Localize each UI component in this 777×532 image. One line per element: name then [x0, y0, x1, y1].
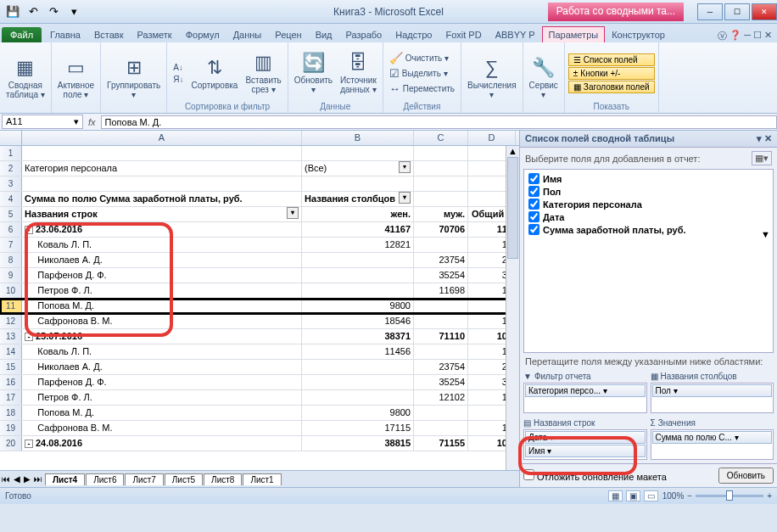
- tab-review[interactable]: Рецен: [268, 26, 308, 42]
- cell[interactable]: Коваль Л. П.: [22, 344, 302, 359]
- sheet-tab[interactable]: Лист4: [45, 473, 85, 485]
- formula-input[interactable]: Попова М. Д.: [101, 115, 777, 129]
- cell[interactable]: [414, 238, 468, 252]
- sheet-tab[interactable]: Лист5: [165, 473, 203, 485]
- table-row[interactable]: 4Сумма по полю Сумма заработной платы, р…: [0, 192, 519, 207]
- pill-vals[interactable]: Сумма по полю С... ▾: [652, 431, 773, 444]
- cell[interactable]: [414, 161, 468, 176]
- tab-data[interactable]: Данны: [226, 26, 269, 42]
- tab-pivot-design[interactable]: Конструктор: [605, 26, 672, 42]
- view-normal-icon[interactable]: ▦: [608, 490, 623, 501]
- row-header[interactable]: 13: [0, 329, 22, 344]
- cell[interactable]: [302, 360, 414, 374]
- cell[interactable]: 38815: [302, 436, 414, 451]
- pivot-table-button[interactable]: ▦Сводная таблица ▾: [3, 55, 48, 101]
- cell[interactable]: Категория персонала: [22, 161, 302, 176]
- expand-icon[interactable]: -: [25, 226, 33, 234]
- table-row[interactable]: 9 Парфенов Д. Ф.3525435: [0, 268, 519, 283]
- row-header[interactable]: 2: [0, 161, 22, 176]
- zoom-slider[interactable]: [696, 495, 763, 497]
- close-button[interactable]: ✕: [752, 3, 777, 20]
- cell[interactable]: [414, 299, 468, 313]
- table-row[interactable]: 15 Николаев А. Д.2375423: [0, 360, 519, 375]
- cell[interactable]: 35254: [414, 268, 468, 283]
- zone-rows[interactable]: ▤Названия строк Дата ▾ Имя ▾: [523, 417, 647, 460]
- cell[interactable]: 23754: [414, 253, 468, 267]
- cell[interactable]: Названия строк▾: [22, 207, 302, 221]
- fieldheaders-button[interactable]: ▦Заголовки полей: [568, 81, 655, 93]
- sheet-tab[interactable]: Лист8: [204, 473, 242, 485]
- cell[interactable]: [414, 344, 468, 359]
- cell[interactable]: 12102: [414, 390, 468, 405]
- row-header[interactable]: 18: [0, 406, 22, 420]
- table-row[interactable]: 19 Сафронова В. М.1711517: [0, 421, 519, 436]
- view-layout-icon[interactable]: ▣: [626, 490, 640, 501]
- cell[interactable]: 18546: [302, 314, 414, 328]
- row-header[interactable]: 1: [0, 146, 22, 160]
- cell[interactable]: 9800: [302, 299, 414, 313]
- ribbon-minimize-icon[interactable]: ⓥ: [718, 30, 727, 42]
- col-header-a[interactable]: A: [22, 131, 302, 145]
- pill-cols[interactable]: Пол ▾: [652, 384, 773, 397]
- zoom-level[interactable]: 100%: [662, 491, 685, 501]
- defer-checkbox[interactable]: Отложить обновление макета: [523, 469, 667, 482]
- table-row[interactable]: 13-25.07.20163837171110109: [0, 329, 519, 344]
- calc-button[interactable]: ∑Вычисления ▾: [465, 55, 519, 101]
- tab-developer[interactable]: Разрабо: [339, 26, 389, 42]
- zone-filter[interactable]: ▼Фильтр отчета Категория персо... ▾: [523, 370, 647, 413]
- select-all-corner[interactable]: [0, 131, 22, 145]
- sheet-tab[interactable]: Лист1: [243, 473, 281, 485]
- sheet-tab[interactable]: Лист7: [125, 473, 163, 485]
- row-header[interactable]: 19: [0, 421, 22, 435]
- table-row[interactable]: 6-23.06.20164116770706111: [0, 222, 519, 238]
- vertical-scrollbar[interactable]: ▲: [506, 146, 519, 470]
- table-row[interactable]: 17 Петров Ф. Л.1210212: [0, 390, 519, 406]
- field-checkbox[interactable]: [528, 224, 539, 235]
- row-header[interactable]: 4: [0, 192, 22, 206]
- cell[interactable]: Николаев А. Д.: [22, 360, 302, 374]
- table-row[interactable]: 16 Парфенов Д. Ф.3525435: [0, 375, 519, 390]
- tab-nav-first[interactable]: ⏮: [0, 474, 12, 484]
- view-pagebreak-icon[interactable]: ▭: [644, 490, 658, 501]
- cell[interactable]: [302, 390, 414, 405]
- cell[interactable]: Николаев А. Д.: [22, 253, 302, 267]
- help-icon[interactable]: ❓: [729, 30, 741, 42]
- cell[interactable]: [22, 146, 302, 160]
- tab-insert[interactable]: Вставк: [87, 26, 131, 42]
- cell[interactable]: -24.08.2016: [22, 436, 302, 451]
- table-row[interactable]: 14 Коваль Л. П.1145611: [0, 344, 519, 360]
- cell[interactable]: Сафронова В. М.: [22, 421, 302, 435]
- cell[interactable]: [302, 176, 414, 191]
- pane-drop-icon[interactable]: ▾: [757, 133, 762, 143]
- redo-icon[interactable]: ↷: [44, 3, 63, 21]
- row-header[interactable]: 14: [0, 344, 22, 359]
- cell[interactable]: 35254: [414, 375, 468, 389]
- table-row[interactable]: 20-24.08.20163881571155109: [0, 436, 519, 451]
- cell[interactable]: Сафронова В. М.: [22, 314, 302, 328]
- slicer-button[interactable]: ▥Вставить срез ▾: [243, 50, 283, 96]
- cell[interactable]: 11698: [414, 283, 468, 298]
- tab-nav-next[interactable]: ▶: [22, 474, 32, 484]
- row-header[interactable]: 20: [0, 436, 22, 451]
- cell[interactable]: 11456: [302, 344, 414, 359]
- refresh-button[interactable]: 🔄Обновить ▾: [292, 50, 335, 96]
- field-checkbox[interactable]: [528, 186, 539, 197]
- cell[interactable]: Сумма по полю Сумма заработной платы, ру…: [22, 192, 302, 206]
- cell[interactable]: [414, 192, 468, 206]
- table-row[interactable]: 2Категория персонала(Все)▾: [0, 161, 519, 176]
- update-button[interactable]: Обновить: [718, 468, 774, 484]
- pill-rows-1[interactable]: Дата ▾: [525, 431, 646, 444]
- buttons-pm-button[interactable]: ±Кнопки +/-: [568, 67, 655, 80]
- cell[interactable]: -25.07.2016: [22, 329, 302, 344]
- undo-icon[interactable]: ↶: [24, 3, 42, 21]
- doc-minimize-icon[interactable]: ─: [744, 30, 751, 42]
- cell[interactable]: Названия столбцов▾: [302, 192, 414, 206]
- cell[interactable]: -23.06.2016: [22, 222, 302, 237]
- layout-icon[interactable]: ▦▾: [752, 151, 772, 165]
- field-item[interactable]: Дата: [527, 210, 770, 223]
- field-checkbox[interactable]: [528, 211, 539, 222]
- cell[interactable]: 71110: [414, 329, 468, 344]
- cell[interactable]: [302, 375, 414, 389]
- table-row[interactable]: 3: [0, 176, 519, 192]
- tab-pivot-options[interactable]: Параметры: [542, 26, 606, 42]
